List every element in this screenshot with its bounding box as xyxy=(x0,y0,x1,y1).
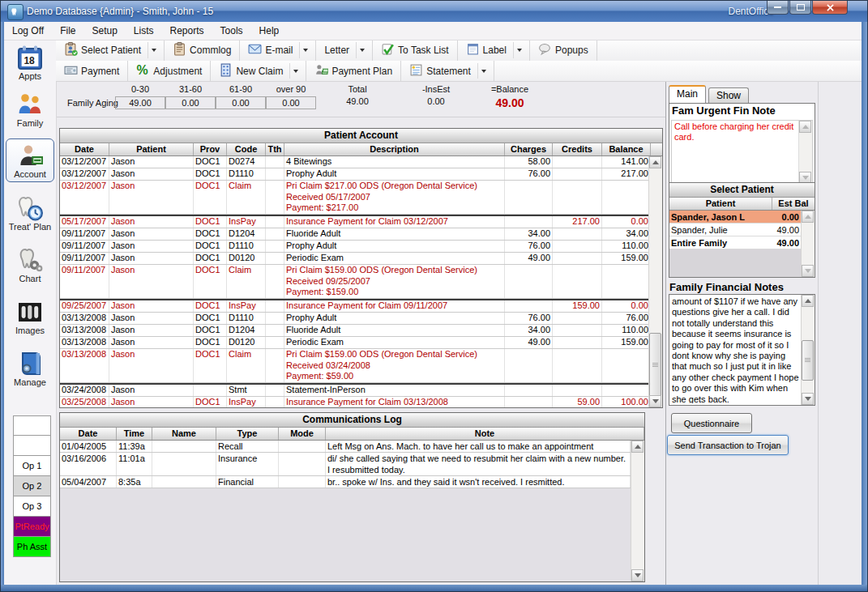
questionnaire-button[interactable]: Questionnaire xyxy=(671,413,752,433)
menu-item-setup[interactable]: Setup xyxy=(83,23,125,39)
scroll-down-icon[interactable] xyxy=(802,393,814,405)
account-row[interactable]: 03/24/2008JasonStmtStatement-InPerson xyxy=(60,383,648,397)
select-patient-row-spander-jason-l[interactable]: Spander, Jason L0.00 xyxy=(669,211,802,224)
commlog-row[interactable]: 05/04/20078:35aFinancialbr.. spoke w/ In… xyxy=(60,476,631,488)
close-button[interactable] xyxy=(812,1,848,15)
operatory-cell-empty-1[interactable] xyxy=(13,436,51,456)
column-header-name[interactable]: Name xyxy=(152,428,216,440)
account-row[interactable]: 03/13/2008JasonDOC1D1204Fluoride Adult34… xyxy=(60,325,648,337)
column-header-patient[interactable]: Patient xyxy=(109,143,194,155)
toolbar-button-payment[interactable]: Payment xyxy=(56,61,128,81)
commlog-scrollbar[interactable] xyxy=(631,441,644,581)
commlog-row[interactable]: 03/16/200611:01aInsurancedi/ she called … xyxy=(60,453,631,476)
select-patient-row-spander-julie[interactable]: Spander, Julie49.00 xyxy=(669,224,802,236)
column-header-mode[interactable]: Mode xyxy=(279,428,326,440)
scroll-down-icon[interactable] xyxy=(802,265,814,277)
commlog-row[interactable]: 01/04/200511:39aRecallLeft Msg on Ans. M… xyxy=(60,441,631,453)
menu-item-log-off[interactable]: Log Off xyxy=(4,23,52,39)
column-header-date[interactable]: Date xyxy=(60,428,117,440)
maximize-button[interactable] xyxy=(789,1,811,15)
account-row[interactable]: 09/11/2007JasonDOC1D1110Prophy Adult76.0… xyxy=(60,241,648,253)
sidebar-item-manage[interactable]: Manage xyxy=(5,351,55,387)
menu-item-lists[interactable]: Lists xyxy=(126,23,162,39)
toolbar-button-new-claim[interactable]: New Claim xyxy=(211,61,306,81)
toolbar-button-popups[interactable]: Popups xyxy=(530,40,597,61)
scroll-up-icon[interactable] xyxy=(631,441,644,453)
scroll-up-icon[interactable] xyxy=(802,295,814,307)
column-header-type[interactable]: Type xyxy=(216,428,279,440)
toolbar-button-label[interactable]: Label xyxy=(458,40,530,61)
financial-notes-box[interactable]: amount of $1107 if we have any questions… xyxy=(669,294,815,406)
sidebar-item-chart[interactable]: Chart xyxy=(5,247,55,283)
toolbar-button-to-task-list[interactable]: To Task List xyxy=(373,40,457,61)
account-row[interactable]: 09/11/2007JasonDOC1ClaimPri Claim $159.0… xyxy=(60,265,648,299)
column-header-description[interactable]: Description xyxy=(284,143,505,155)
scroll-down-icon[interactable] xyxy=(649,395,661,407)
column-header-charges[interactable]: Charges xyxy=(505,143,553,155)
chevron-down-icon[interactable] xyxy=(356,42,368,58)
urgent-note-text[interactable]: Call before charging her credit card. xyxy=(671,120,813,185)
chevron-down-icon[interactable] xyxy=(513,42,525,58)
toolbar-button-e-mail[interactable]: E-mail xyxy=(240,40,316,61)
menu-item-reports[interactable]: Reports xyxy=(162,23,212,39)
sidebar-item-images[interactable]: Images xyxy=(5,299,55,335)
toolbar-button-adjustment[interactable]: %Adjustment xyxy=(128,61,211,81)
patient-account-scrollbar[interactable] xyxy=(648,156,662,407)
operatory-cell-ptready[interactable]: PtReady xyxy=(13,517,51,537)
account-row[interactable]: 03/12/2007JasonDOC1ClaimPri Claim $217.0… xyxy=(60,181,648,215)
financial-notes-text[interactable]: amount of $1107 if we have any questions… xyxy=(672,296,799,403)
column-header-balance[interactable]: Balance xyxy=(602,143,651,155)
chevron-down-icon[interactable] xyxy=(148,42,160,58)
account-row[interactable]: 09/25/2007JasonDOC1InsPayInsurance Payme… xyxy=(60,299,648,313)
tab-main[interactable]: Main xyxy=(669,85,706,103)
menu-item-tools[interactable]: Tools xyxy=(212,23,251,39)
column-header-code[interactable]: Code xyxy=(227,143,266,155)
toolbar-button-payment-plan[interactable]: Payment Plan xyxy=(306,61,401,81)
column-header-credits[interactable]: Credits xyxy=(553,143,602,155)
minimize-button[interactable] xyxy=(767,1,789,15)
column-header-tth[interactable]: Tth xyxy=(266,143,284,155)
column-header-note[interactable]: Note xyxy=(326,428,644,440)
account-row[interactable]: 09/11/2007JasonDOC1D1204Fluoride Adult34… xyxy=(60,228,648,241)
toolbar-button-select-patient[interactable]: Select Patient xyxy=(56,40,165,61)
scroll-thumb[interactable] xyxy=(802,340,814,381)
scroll-thumb[interactable] xyxy=(649,333,661,398)
chevron-down-icon[interactable] xyxy=(477,63,490,79)
account-row[interactable]: 03/12/2007JasonDOC1D1110Prophy Adult76.0… xyxy=(60,168,648,181)
account-row[interactable]: 03/13/2008JasonDOC1ClaimPri Claim $159.0… xyxy=(60,349,648,383)
select-patient-row-entire-family[interactable]: Entire Family49.00 xyxy=(669,236,802,249)
scroll-up-icon[interactable] xyxy=(802,211,814,223)
sidebar-item-family[interactable]: Family xyxy=(5,92,55,128)
sidebar-item-account[interactable]: Account xyxy=(6,138,54,182)
select-patient-scrollbar[interactable] xyxy=(801,211,815,277)
menu-item-file[interactable]: File xyxy=(52,23,83,39)
column-header-time[interactable]: Time xyxy=(117,428,152,440)
account-row[interactable]: 03/13/2008JasonDOC1D0120Periodic Exam49.… xyxy=(60,337,648,349)
account-row[interactable]: 03/12/2007JasonDOC1D02744 Bitewings58.00… xyxy=(60,156,648,168)
account-row[interactable]: 03/25/2008JasonDOC1InsPayInsurance Payme… xyxy=(60,397,648,407)
scroll-down-icon[interactable] xyxy=(631,569,644,581)
operatory-cell-empty-0[interactable] xyxy=(13,415,51,436)
column-header-prov[interactable]: Prov xyxy=(194,143,227,155)
chevron-down-icon[interactable] xyxy=(289,63,301,79)
sidebar-item-appts[interactable]: 18Appts xyxy=(5,45,55,81)
operatory-cell-op-2[interactable]: Op 2 xyxy=(13,476,51,496)
operatory-cell-ph-asst[interactable]: Ph Asst xyxy=(13,537,51,557)
financial-notes-scrollbar[interactable] xyxy=(801,295,815,405)
account-row[interactable]: 03/13/2008JasonDOC1D1110Prophy Adult76.0… xyxy=(60,313,648,325)
scroll-up-icon[interactable] xyxy=(649,156,661,168)
account-row[interactable]: 05/17/2007JasonDOC1InsPayInsurance Payme… xyxy=(60,215,648,228)
column-header-date[interactable]: Date xyxy=(60,143,109,155)
account-row[interactable]: 09/11/2007JasonDOC1D0120Periodic Exam49.… xyxy=(60,253,648,265)
chevron-down-icon[interactable] xyxy=(299,42,311,58)
toolbar-button-commlog[interactable]: Commlog xyxy=(165,40,240,61)
scroll-up-icon[interactable] xyxy=(799,121,811,133)
operatory-cell-op-3[interactable]: Op 3 xyxy=(13,496,51,517)
operatory-cell-op-1[interactable]: Op 1 xyxy=(13,456,51,476)
toolbar-button-statement[interactable]: Statement xyxy=(401,61,494,81)
sidebar-item-treat-plan[interactable]: Treat' Plan xyxy=(5,195,55,232)
send-transaction-trojan-button[interactable]: Send Transaction to Trojan xyxy=(667,435,789,455)
menu-item-help[interactable]: Help xyxy=(251,23,288,39)
toolbar-button-letter[interactable]: Letter xyxy=(316,40,373,61)
tab-show[interactable]: Show xyxy=(708,87,749,103)
